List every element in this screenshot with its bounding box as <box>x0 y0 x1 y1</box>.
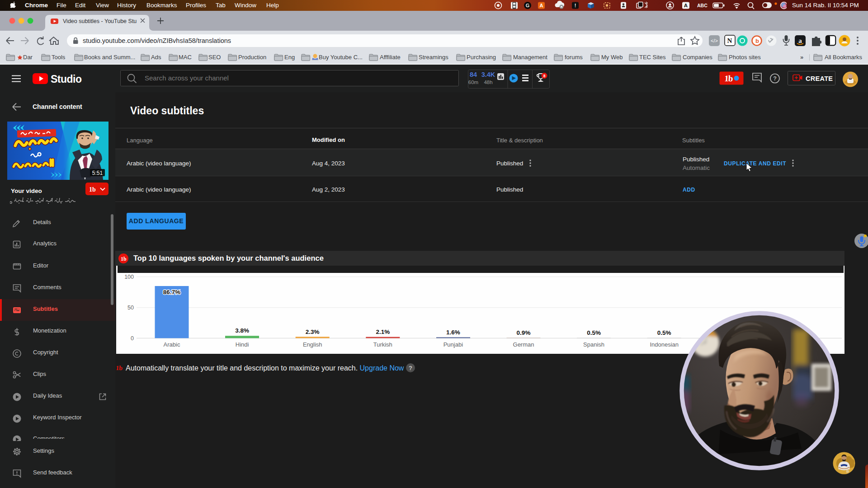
svg-text:N: N <box>727 37 732 44</box>
svg-text:1b: 1b <box>116 365 123 372</box>
svg-text:TEC Sites: TEC Sites <box>639 54 666 61</box>
svg-text:3.4K: 3.4K <box>481 71 495 78</box>
svg-text:ABC: ABC <box>697 3 708 8</box>
svg-text:»: » <box>800 54 803 61</box>
svg-text:Photos sites: Photos sites <box>729 54 761 61</box>
svg-text:Dar: Dar <box>23 54 33 61</box>
svg-text:1b: 1b <box>89 186 96 193</box>
svg-text:60m: 60m <box>468 80 478 85</box>
svg-text:Purchasing: Purchasing <box>467 54 496 61</box>
svg-text:Eng: Eng <box>284 54 295 61</box>
svg-text:Ads: Ads <box>151 54 161 61</box>
svg-text:1b: 1b <box>724 74 733 83</box>
svg-text:8: 8 <box>543 74 546 78</box>
svg-text:Channel content: Channel content <box>33 103 82 110</box>
svg-text:0.5%: 0.5% <box>657 329 671 336</box>
svg-text:MAC: MAC <box>179 54 192 61</box>
svg-text:Studio: Studio <box>51 73 82 85</box>
svg-text:1.6%: 1.6% <box>446 329 460 336</box>
svg-text:Indonesian: Indonesian <box>650 341 679 348</box>
svg-text:Production: Production <box>238 54 266 61</box>
svg-text:My Web: My Web <box>601 54 623 61</box>
svg-text:G: G <box>526 3 530 8</box>
svg-text:German: German <box>513 341 534 348</box>
svg-text:a: a <box>798 37 802 44</box>
svg-text:84: 84 <box>470 71 477 78</box>
svg-text:b: b <box>755 38 759 44</box>
svg-text:forums: forums <box>565 54 583 61</box>
svg-text:?: ? <box>409 365 412 371</box>
svg-text:Afffiliate: Afffiliate <box>380 54 401 61</box>
svg-text:Tools: Tools <box>52 54 66 61</box>
svg-text:A: A <box>540 3 543 8</box>
svg-text:Management: Management <box>513 54 547 61</box>
svg-text:All Bookmarks: All Bookmarks <box>825 54 863 61</box>
svg-text:0.9%: 0.9% <box>517 329 531 336</box>
svg-text:2.3%: 2.3% <box>306 328 320 335</box>
svg-text:Spanish: Spanish <box>583 341 604 348</box>
svg-text:Streamings: Streamings <box>419 54 448 61</box>
svg-text:48h: 48h <box>484 80 492 85</box>
svg-text:Hindi: Hindi <box>236 341 249 348</box>
svg-text:Turkish: Turkish <box>373 341 392 348</box>
svg-text:86.7%: 86.7% <box>163 289 180 296</box>
svg-text:Buy Youtube C...: Buy Youtube C... <box>319 54 363 61</box>
svg-text:?: ? <box>773 75 777 82</box>
svg-text:50: 50 <box>127 305 134 311</box>
svg-text:Video subtitles - YouTube Stu: Video subtitles - YouTube Stu <box>63 18 137 24</box>
svg-text:!: ! <box>575 3 576 8</box>
svg-text:Punjabi: Punjabi <box>443 341 463 348</box>
svg-text:5:51: 5:51 <box>92 170 103 176</box>
svg-text:studio.youtube.com/video/nZIBv: studio.youtube.com/video/nZIBvhsIa58/tra… <box>83 37 231 44</box>
svg-text:Books and Summ...: Books and Summ... <box>84 54 135 61</box>
svg-text:3.8%: 3.8% <box>235 327 249 334</box>
svg-text:0.5%: 0.5% <box>587 329 601 336</box>
svg-text:English: English <box>303 341 322 348</box>
svg-text:A: A <box>684 3 688 8</box>
svg-text:1b: 1b <box>121 256 127 262</box>
svg-text:100: 100 <box>124 274 134 280</box>
svg-text:</>: </> <box>711 38 718 43</box>
svg-text:SEO: SEO <box>208 54 221 61</box>
svg-text:2.1%: 2.1% <box>376 328 390 335</box>
svg-text:Companies: Companies <box>683 54 712 61</box>
svg-text:0: 0 <box>131 335 134 342</box>
svg-text:CREATE: CREATE <box>806 75 833 82</box>
svg-text:Search across your channel: Search across your channel <box>145 74 229 82</box>
svg-text:Arabic: Arabic <box>164 341 180 348</box>
